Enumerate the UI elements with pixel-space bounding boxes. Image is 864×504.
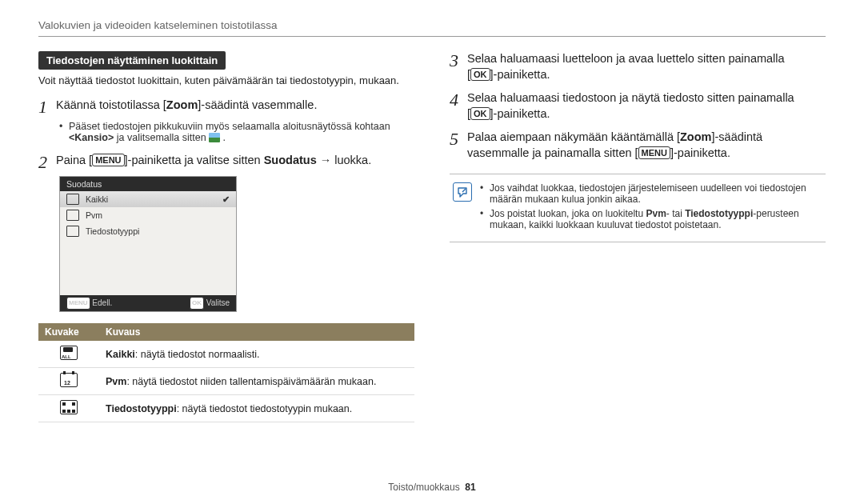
table-row: Kaikki: näytä tiedostot normaalisti. [38, 341, 414, 368]
menu-row: Pvm [60, 207, 236, 223]
note-box: •Jos vaihdat luokkaa, tiedostojen järjes… [450, 174, 826, 242]
step-number: 1 [38, 98, 56, 116]
page-footer: Toisto/muokkaus 81 [0, 482, 864, 493]
icon-description-table: Kuvake Kuvaus Kaikki: näytä tiedostot no… [38, 323, 414, 422]
step-text: Selaa haluamaasi tiedostoon ja näytä tie… [467, 91, 794, 104]
note-icon [453, 182, 472, 202]
table-header: Kuvake [38, 323, 99, 341]
arrow-icon: → [317, 154, 335, 166]
menu-row-label: Kaikki [86, 194, 108, 204]
ok-button-icon: OK [470, 107, 490, 120]
step-3: 3 Selaa haluamaasi luetteloon ja avaa lu… [450, 51, 826, 82]
step-text: Paina [ [56, 154, 92, 166]
note-text: Jos poistat luokan, joka on luokiteltu [490, 208, 646, 219]
all-icon [66, 194, 79, 205]
menu-button-icon: MENU [66, 297, 90, 310]
table-header: Kuvaus [99, 323, 414, 341]
step-text: Käännä toistotilassa [ [56, 98, 166, 111]
step-text: ]-painiketta ja valitse sitten [125, 154, 264, 166]
footer-label: Edell. [92, 298, 112, 307]
menu-row-label: Tiedostotyyppi [86, 226, 139, 236]
row-desc: : näytä tiedostot tiedostotyypin mukaan. [177, 403, 353, 414]
footer-section: Toisto/muokkaus [388, 482, 459, 493]
step-bold: Suodatus [264, 154, 317, 166]
svg-line-0 [462, 189, 466, 192]
row-desc: : näytä tiedostot niiden tallentamispäiv… [126, 376, 376, 387]
step-number: 3 [450, 51, 467, 70]
row-desc: : näytä tiedostot normaalisti. [135, 349, 260, 360]
row-term: Tiedostotyyppi [106, 403, 177, 414]
section-intro: Voit näyttää tiedostot luokittain, kuten… [38, 74, 414, 86]
step-text: vasemmalle ja painamalla sitten [ [467, 146, 638, 159]
step-2: 2 Paina [MENU]-painiketta ja valitse sit… [38, 153, 414, 171]
menu-footer: MENU Edell. OK Valitse [60, 295, 236, 311]
note-bold: Tiedostotyyppi [685, 208, 753, 219]
page-header: Valokuvien ja videoiden katseleminen toi… [38, 19, 826, 37]
check-icon: ✔ [222, 194, 230, 204]
sub-text: ja valitsemalla sitten [114, 132, 209, 143]
step-text: luokka. [334, 154, 371, 166]
step-text: Palaa aiempaan näkymään kääntämällä [ [467, 130, 680, 143]
step-text: ]-painiketta. [490, 107, 550, 120]
all-icon [60, 346, 78, 360]
step-4: 4 Selaa haluamaasi tiedostoon ja näytä t… [450, 90, 826, 122]
step-text: ]-painiketta. [490, 68, 550, 81]
step-text: ]-painiketta. [670, 146, 730, 159]
ok-button-icon: OK [470, 68, 490, 81]
step-number: 5 [450, 130, 467, 148]
step-5: 5 Palaa aiempaan näkymään kääntämällä [Z… [450, 130, 826, 161]
step-1: 1 Käännä toistotilassa [Zoom]-säädintä v… [38, 98, 414, 116]
menu-row: Tiedostotyyppi [60, 223, 236, 239]
menu-row-selected: Kaikki ✔ [60, 191, 236, 207]
step-1-sub: • Pääset tiedostojen pikkukuviin myös se… [59, 121, 414, 143]
calendar-icon [60, 373, 78, 387]
filetype-icon [60, 400, 78, 414]
filetype-icon [66, 226, 79, 237]
camera-menu-screenshot: Suodatus Kaikki ✔ Pvm Tiedostotyyppi MEN… [59, 176, 237, 312]
section-title: Tiedostojen näyttäminen luokittain [38, 51, 226, 70]
menu-button-icon: MENU [638, 146, 670, 159]
step-bold: Zoom [680, 130, 711, 143]
step-text: Selaa haluamaasi luetteloon ja avaa luet… [467, 52, 785, 65]
step-bold: Zoom [166, 98, 198, 111]
photo-icon [209, 133, 220, 142]
row-term: Pvm [106, 376, 126, 387]
page-number: 81 [465, 482, 475, 493]
footer-label: Valitse [206, 298, 230, 307]
right-column: 3 Selaa haluamaasi luetteloon ja avaa lu… [450, 51, 826, 422]
step-text: ]-säädintä vasemmalle. [198, 98, 317, 111]
table-row: Pvm: näytä tiedostot niiden tallentamisp… [38, 368, 414, 395]
note-text: - tai [666, 208, 685, 219]
sub-bold: <Kansio> [69, 132, 114, 143]
table-row: Tiedostotyyppi: näytä tiedostot tiedosto… [38, 395, 414, 422]
menu-title: Suodatus [60, 177, 236, 191]
note-text: Jos vaihdat luokkaa, tiedostojen järjest… [490, 182, 822, 205]
left-column: Tiedostojen näyttäminen luokittain Voit … [38, 51, 414, 422]
step-number: 4 [450, 90, 467, 109]
calendar-icon [66, 210, 79, 221]
sub-text: Pääset tiedostojen pikkukuviin myös sela… [69, 121, 390, 132]
menu-button-icon: MENU [92, 154, 124, 166]
menu-row-label: Pvm [86, 210, 102, 220]
ok-button-icon: OK [190, 297, 204, 310]
step-text: ]-säädintä [711, 130, 762, 143]
note-bold: Pvm [646, 208, 666, 219]
row-term: Kaikki [106, 349, 135, 360]
step-number: 2 [38, 153, 56, 171]
